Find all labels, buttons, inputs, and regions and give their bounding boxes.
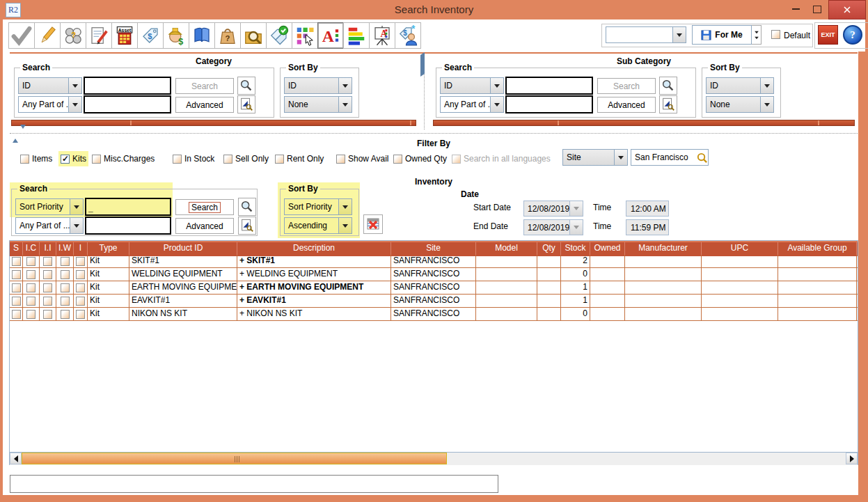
dropdown-button[interactable] [760,97,773,112]
site-search-icon[interactable] [696,152,708,164]
seasonal-pricing-button[interactable]: $* [395,22,421,49]
scroll-right-button[interactable] [846,453,858,464]
table-row[interactable]: KitEARTH MOVING EQUIPMENT+ EARTH MOVING … [10,281,858,295]
column-header-qty[interactable]: Qty [537,242,561,256]
checkbox-icon[interactable] [92,155,101,164]
close-button[interactable] [828,0,866,19]
column-header-available-group[interactable]: Available Group [778,242,857,256]
exit-button[interactable]: EXIT [818,25,838,45]
dropdown-button[interactable] [338,199,352,214]
filter-checkbox-kits[interactable]: Kits [58,151,88,166]
help-button[interactable]: ? [843,25,862,45]
search-folder-button[interactable] [240,22,267,49]
inventory-search-by-combo[interactable]: Sort Priority [15,198,84,215]
inventory-search-input-2[interactable] [85,217,171,235]
asset-calculator-button[interactable]: Asset [111,22,138,49]
dropdown-button[interactable] [490,97,503,112]
column-header-i[interactable]: I [74,242,88,256]
subcategory-sort-field-combo[interactable]: ID [706,77,774,94]
start-date-combo[interactable]: 12/08/2019 [523,201,583,217]
minimize-button[interactable] [785,0,806,18]
row-checkbox[interactable] [43,310,52,319]
for-me-spinner[interactable] [752,25,762,45]
filter-checkbox-items[interactable]: Items [18,151,54,166]
subcategory-search-input-2[interactable] [505,95,593,113]
purchase-bag-button[interactable]: ? [214,22,241,49]
row-checkbox[interactable] [26,310,35,319]
subcategory-advanced-search-button[interactable] [659,95,677,113]
row-checkbox[interactable] [12,283,21,292]
dropdown-button[interactable] [68,78,81,93]
worker-cost-button[interactable]: $ [163,22,189,49]
table-row[interactable]: KitSKIT#1+ SKIT#1SANFRANCISCO2 [10,255,858,268]
dropdown-button[interactable] [338,78,352,93]
category-sort-order-combo[interactable]: None [284,96,352,113]
filter-checkbox-sell-only[interactable]: Sell Only [221,151,271,166]
site-combo[interactable]: Site [562,149,628,166]
table-row[interactable]: KitWELDING EQUIPMENT+ WELDING EQUIPMENTS… [10,268,858,281]
checkbox-icon[interactable] [61,155,70,164]
presentation-board-button[interactable]: A [369,22,395,49]
category-sort-field-combo[interactable]: ID [284,77,352,94]
column-header-description[interactable]: Description [237,242,391,256]
edit-pencil-button[interactable] [34,22,61,49]
inventory-search-input-1[interactable] [85,198,171,216]
clear-grid-button[interactable] [363,214,383,234]
column-header-model[interactable]: Model [476,242,537,256]
dropdown-button[interactable] [760,78,773,93]
default-checkbox[interactable] [771,30,780,39]
inventory-sort-order-combo[interactable]: Ascending [284,217,352,234]
dropdown-button[interactable] [614,150,627,165]
for-me-button[interactable]: For Me [692,25,752,45]
column-header-owned[interactable]: Owned [590,242,625,256]
row-checkbox[interactable] [43,257,52,266]
subcategory-search-button[interactable]: Search [597,78,656,94]
checkbox-icon[interactable] [275,155,284,164]
tags-approved-button[interactable] [266,22,292,49]
site-value-field[interactable]: San Francisco [631,149,709,166]
inventory-advanced-button[interactable]: Advanced [175,218,234,234]
row-checkbox[interactable] [76,283,85,292]
row-checkbox[interactable] [26,257,35,266]
category-advanced-button[interactable]: Advanced [175,97,234,113]
notes-pad-button[interactable] [86,22,112,49]
splitter-down-icon[interactable] [20,129,26,139]
dropdown-button[interactable] [338,97,352,112]
subcategory-hscrollbar[interactable] [433,120,855,126]
column-header-i-w[interactable]: I.W [56,242,74,256]
maximize-button[interactable] [806,0,828,18]
column-header-i-c[interactable]: I.C [23,242,40,256]
category-advanced-search-button[interactable] [237,95,255,113]
dropdown-button[interactable] [70,199,83,214]
column-header-site[interactable]: Site [391,242,476,256]
row-checkbox[interactable] [61,283,70,292]
column-header-product-id[interactable]: Product ID [129,242,237,256]
price-tag-button[interactable]: $ [137,22,164,49]
subcategory-match-combo[interactable]: Any Part of ... [440,96,504,113]
preset-combo[interactable] [606,26,686,43]
scrollbar-thumb[interactable] [22,453,447,464]
row-checkbox[interactable] [12,257,21,266]
column-header-stock[interactable]: Stock [561,242,590,256]
dropdown-button[interactable] [70,218,83,233]
row-checkbox[interactable] [76,270,85,279]
inventory-quick-search-button[interactable] [238,198,256,216]
row-checkbox[interactable] [61,257,70,266]
checkbox-icon[interactable] [20,155,29,164]
row-checkbox[interactable] [76,310,85,319]
color-bars-button[interactable] [343,22,370,49]
category-search-button[interactable]: Search [175,78,234,94]
scroll-left-button[interactable] [10,453,22,464]
column-header-i-i[interactable]: I.I [40,242,56,256]
catalog-book-button[interactable] [189,22,215,49]
subcategory-search-by-combo[interactable]: ID [440,77,504,94]
checkbox-icon[interactable] [173,155,182,164]
row-checkbox[interactable] [12,310,21,319]
dropdown-button[interactable] [490,78,503,93]
dropdown-button[interactable] [672,27,686,42]
row-checkbox[interactable] [61,310,70,319]
filter-checkbox-owned-qty[interactable]: Owned Qty [391,151,449,166]
splitter-up-icon[interactable] [13,129,18,139]
checkbox-icon[interactable] [393,155,402,164]
row-checkbox[interactable] [43,270,52,279]
